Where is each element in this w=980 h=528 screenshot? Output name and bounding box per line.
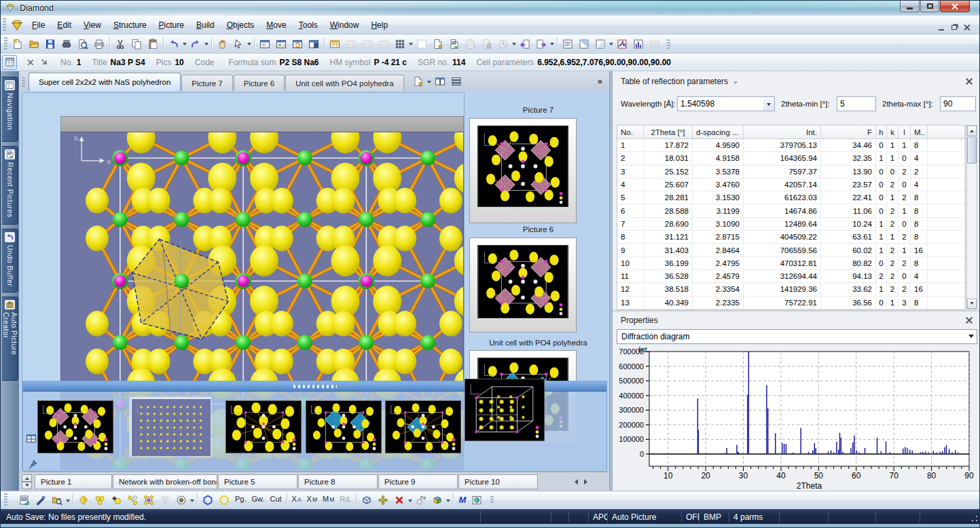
bottom-toolbar-grip[interactable] <box>4 493 7 507</box>
toolbar-print-button[interactable] <box>91 36 107 52</box>
atom-design[interactable] <box>173 492 189 508</box>
toolbar-dropdown-arrow[interactable] <box>549 36 555 52</box>
picture-properties[interactable] <box>16 492 33 508</box>
goto-icon[interactable] <box>37 56 51 69</box>
table-row[interactable]: 831.1212.8715404509.2263.611128 <box>617 231 965 244</box>
toolbar-table-orange-button[interactable] <box>327 36 343 52</box>
element-symbol[interactable]: Fe <box>413 492 429 508</box>
preview-card-picture-6[interactable] <box>469 238 577 333</box>
column-header-k[interactable]: k <box>887 126 899 138</box>
column-header-f[interactable]: F <box>821 126 876 138</box>
wavelength-combo[interactable] <box>677 96 764 111</box>
toolbar-pan-button[interactable] <box>214 36 230 52</box>
column-header-no[interactable]: No. <box>617 126 644 138</box>
column-header-m[interactable]: M.. <box>911 126 928 138</box>
table-row[interactable]: 1238.5182.3354141929.3633.6212216 <box>617 283 965 296</box>
packing-button[interactable]: Pg. <box>232 493 249 508</box>
film-thumbnail-picture-1[interactable] <box>37 400 113 453</box>
bottom-tab-picture-10[interactable]: Picture 10 <box>458 474 538 489</box>
toolbar-overflow[interactable] <box>667 39 670 49</box>
toolbar-grid-button[interactable] <box>392 36 408 52</box>
bottom-tab-network-with-broken-off-bonds[interactable]: Network with broken-off bonds <box>113 474 217 489</box>
film-thumbnail-network-with-broken-off-bonds[interactable] <box>130 398 211 456</box>
destroy[interactable] <box>391 492 407 508</box>
toolbar-doc-text-button[interactable] <box>560 36 576 52</box>
tab-overflow-chevron[interactable]: » <box>598 76 602 86</box>
toolbar-win-rotate-button[interactable] <box>289 36 306 52</box>
bottom-toolbar-overflow[interactable] <box>490 496 494 504</box>
pin-icon[interactable] <box>27 459 38 470</box>
cell-edges[interactable] <box>359 492 375 508</box>
table-row[interactable]: 1340.3492.233575722.9136.560138 <box>617 297 965 309</box>
toolbar-chart-peak-button[interactable] <box>614 36 630 52</box>
preview-thumbnail[interactable] <box>477 245 568 318</box>
menu-logo-icon[interactable] <box>11 19 23 31</box>
bottom-tab-picture-8[interactable]: Picture 8 <box>298 474 378 489</box>
add-atoms[interactable] <box>108 492 124 508</box>
maximize-button[interactable] <box>920 1 939 12</box>
tab-picture-7[interactable]: Picture 7 <box>181 75 232 91</box>
toolbar-dropdown-arrow[interactable] <box>408 36 414 52</box>
toolbar-win-picture-button[interactable] <box>273 36 289 52</box>
toolbar-dropdown-arrow[interactable] <box>204 36 209 52</box>
menu-view[interactable]: View <box>77 17 107 33</box>
doctab-new-picture-button[interactable] <box>410 73 427 90</box>
polyhedra-toggle[interactable] <box>75 492 92 508</box>
toolbar-picture-green-button[interactable] <box>446 36 462 52</box>
table-row[interactable]: 425.6073.476042057.1423.570204 <box>617 178 965 191</box>
reflection-table[interactable]: No.2Theta [°]d-spacing ...Int.FhklM..117… <box>617 125 966 310</box>
mm-button[interactable]: MM <box>320 493 337 508</box>
close-structure-icon[interactable] <box>24 56 37 69</box>
toolbar-copy-button[interactable] <box>128 36 145 52</box>
toolbar-blank-button[interactable] <box>414 36 430 52</box>
toolbar-paste-button[interactable] <box>145 36 161 52</box>
properties-pane-close-icon[interactable] <box>964 315 974 325</box>
toolbar-new-picture-button[interactable] <box>430 36 446 52</box>
btoolbar-dropdown-arrow[interactable] <box>65 492 71 508</box>
pane-divider[interactable] <box>613 310 980 312</box>
picture-sphere[interactable] <box>469 492 485 508</box>
minimize-button[interactable] <box>900 1 920 12</box>
xa-button[interactable]: XA <box>289 493 304 508</box>
table-row[interactable]: 528.2813.153061623.0322.410128 <box>617 191 965 204</box>
toolbar-open-button[interactable] <box>26 36 42 52</box>
toolbar-print-preview-button[interactable] <box>75 36 91 52</box>
menu-edit[interactable]: Edit <box>51 17 77 33</box>
toolbar-dropdown-arrow[interactable] <box>247 36 252 52</box>
doctab-dropdown-arrow[interactable] <box>427 73 432 90</box>
btoolbar-dropdown-arrow[interactable] <box>407 492 413 508</box>
spin-up-button[interactable] <box>22 474 32 482</box>
menubar-grip[interactable] <box>3 18 6 32</box>
menu-file[interactable]: File <box>26 17 51 33</box>
growth-button[interactable]: Gw. <box>249 493 268 508</box>
film-thumbnail-picture-10[interactable] <box>465 379 545 441</box>
column-header-h[interactable]: h <box>876 126 887 138</box>
btoolbar-dropdown-arrow[interactable] <box>446 492 451 508</box>
reflection-pane-close-icon[interactable] <box>964 76 974 86</box>
menu-window[interactable]: Window <box>324 17 365 33</box>
toolbar-dropdown-arrow[interactable] <box>609 36 614 52</box>
ring-search-yellow[interactable] <box>216 492 232 508</box>
menu-build[interactable]: Build <box>190 17 221 33</box>
properties-selector-dropdown[interactable]: Diffraction diagram <box>617 329 977 344</box>
tmax-input[interactable] <box>940 96 976 111</box>
bottom-tab-picture-5[interactable]: Picture 5 <box>218 474 297 489</box>
toolbar-undo-button[interactable] <box>166 36 182 52</box>
column-header-2theta[interactable]: 2Theta [°] <box>644 126 693 138</box>
table-row[interactable]: 1036.1992.4795470312.8180.820228 <box>617 257 965 270</box>
resize-grip[interactable] <box>971 515 978 522</box>
sidebar-item-auto-picture-creator[interactable]: Auto Picture Creator <box>2 297 18 381</box>
scroll-down-button[interactable] <box>967 299 977 309</box>
spin-down-button[interactable] <box>22 482 32 489</box>
toolbar-chart-bars-button[interactable] <box>630 36 647 52</box>
film-thumbnail-picture-9[interactable] <box>385 400 461 453</box>
film-thumbnail-picture-5[interactable] <box>225 400 302 453</box>
pane-menu-caret[interactable] <box>733 81 738 86</box>
menu-structure[interactable]: Structure <box>107 17 153 33</box>
toolbar-select-button[interactable] <box>230 36 247 52</box>
tab-picture-6[interactable]: Picture 6 <box>234 75 285 91</box>
toolbar-save-button[interactable] <box>42 36 58 52</box>
table-row[interactable]: 1136.5282.4579312694.4494.132204 <box>617 270 965 283</box>
mdi-minimize-button[interactable] <box>935 22 947 33</box>
table-row[interactable]: 325.1523.53787597.3713.900022 <box>617 166 965 178</box>
